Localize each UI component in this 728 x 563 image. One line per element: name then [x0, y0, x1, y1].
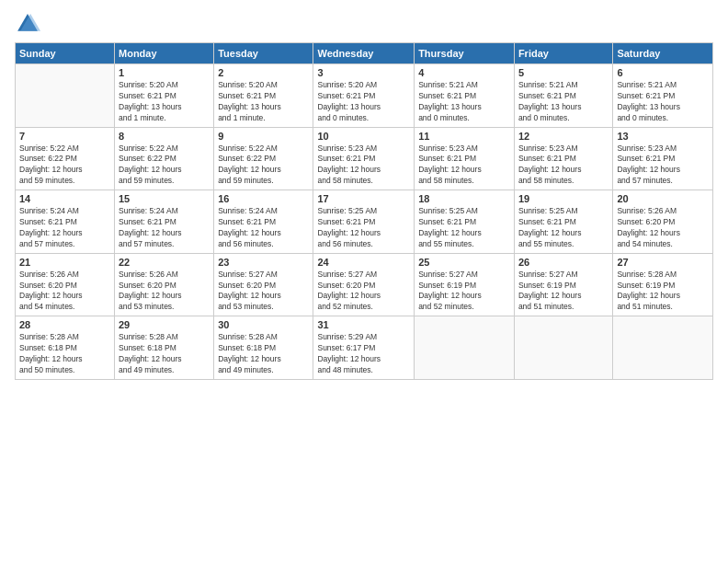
day-number: 16 [218, 193, 309, 204]
day-number: 29 [119, 319, 210, 330]
day-info: Sunrise: 5:28 AMSunset: 6:18 PMDaylight:… [218, 332, 309, 376]
day-number: 4 [418, 67, 510, 78]
day-info: Sunrise: 5:24 AMSunset: 6:21 PMDaylight:… [218, 206, 309, 250]
calendar-cell: 31Sunrise: 5:29 AMSunset: 6:17 PMDayligh… [313, 316, 415, 380]
calendar-cell: 2Sunrise: 5:20 AMSunset: 6:21 PMDaylight… [214, 64, 313, 128]
calendar-week-row: 7Sunrise: 5:22 AMSunset: 6:22 PMDaylight… [16, 127, 713, 190]
day-info: Sunrise: 5:26 AMSunset: 6:20 PMDaylight:… [119, 270, 210, 314]
day-number: 25 [418, 257, 510, 268]
weekday-header: Friday [514, 43, 612, 64]
calendar-cell [415, 316, 515, 380]
day-number: 8 [119, 131, 210, 142]
day-info: Sunrise: 5:21 AMSunset: 6:21 PMDaylight:… [518, 80, 609, 124]
day-number: 13 [617, 131, 709, 142]
calendar-cell: 22Sunrise: 5:26 AMSunset: 6:20 PMDayligh… [115, 253, 214, 316]
calendar-cell: 3Sunrise: 5:20 AMSunset: 6:21 PMDaylight… [313, 64, 415, 128]
day-number: 26 [518, 257, 609, 268]
day-info: Sunrise: 5:27 AMSunset: 6:19 PMDaylight:… [418, 270, 510, 314]
day-number: 31 [317, 319, 410, 330]
weekday-header: Thursday [415, 43, 515, 64]
calendar-week-row: 1Sunrise: 5:20 AMSunset: 6:21 PMDaylight… [16, 64, 713, 128]
day-info: Sunrise: 5:23 AMSunset: 6:21 PMDaylight:… [317, 144, 410, 188]
calendar-cell: 27Sunrise: 5:28 AMSunset: 6:19 PMDayligh… [613, 253, 713, 316]
day-info: Sunrise: 5:28 AMSunset: 6:19 PMDaylight:… [617, 270, 709, 314]
day-info: Sunrise: 5:23 AMSunset: 6:21 PMDaylight:… [617, 144, 709, 188]
calendar-cell: 20Sunrise: 5:26 AMSunset: 6:20 PMDayligh… [613, 190, 713, 254]
day-info: Sunrise: 5:28 AMSunset: 6:18 PMDaylight:… [119, 332, 210, 376]
day-info: Sunrise: 5:27 AMSunset: 6:20 PMDaylight:… [317, 270, 410, 314]
page: SundayMondayTuesdayWednesdayThursdayFrid… [0, 0, 728, 563]
calendar-week-row: 14Sunrise: 5:24 AMSunset: 6:21 PMDayligh… [16, 190, 713, 254]
calendar-cell: 30Sunrise: 5:28 AMSunset: 6:18 PMDayligh… [214, 316, 313, 380]
header [15, 11, 713, 37]
calendar-cell: 5Sunrise: 5:21 AMSunset: 6:21 PMDaylight… [514, 64, 612, 128]
day-info: Sunrise: 5:24 AMSunset: 6:21 PMDaylight:… [119, 206, 210, 250]
calendar-cell: 18Sunrise: 5:25 AMSunset: 6:21 PMDayligh… [415, 190, 515, 254]
weekday-header: Monday [115, 43, 214, 64]
day-number: 24 [317, 257, 410, 268]
day-info: Sunrise: 5:20 AMSunset: 6:21 PMDaylight:… [317, 80, 410, 124]
day-number: 23 [218, 257, 309, 268]
calendar-cell [16, 64, 115, 128]
day-info: Sunrise: 5:25 AMSunset: 6:21 PMDaylight:… [518, 206, 609, 250]
calendar-cell: 1Sunrise: 5:20 AMSunset: 6:21 PMDaylight… [115, 64, 214, 128]
calendar-cell [613, 316, 713, 380]
day-info: Sunrise: 5:20 AMSunset: 6:21 PMDaylight:… [218, 80, 309, 124]
day-number: 12 [518, 131, 609, 142]
day-number: 2 [218, 67, 309, 78]
calendar-week-row: 21Sunrise: 5:26 AMSunset: 6:20 PMDayligh… [16, 253, 713, 316]
day-number: 10 [317, 131, 410, 142]
calendar-cell: 24Sunrise: 5:27 AMSunset: 6:20 PMDayligh… [313, 253, 415, 316]
calendar-cell: 4Sunrise: 5:21 AMSunset: 6:21 PMDaylight… [415, 64, 515, 128]
calendar-cell: 21Sunrise: 5:26 AMSunset: 6:20 PMDayligh… [16, 253, 115, 316]
day-number: 27 [617, 257, 709, 268]
day-info: Sunrise: 5:26 AMSunset: 6:20 PMDaylight:… [19, 270, 110, 314]
calendar-cell: 7Sunrise: 5:22 AMSunset: 6:22 PMDaylight… [16, 127, 115, 190]
weekday-header: Sunday [16, 43, 115, 64]
day-number: 7 [19, 131, 110, 142]
weekday-header: Tuesday [214, 43, 313, 64]
calendar-cell: 14Sunrise: 5:24 AMSunset: 6:21 PMDayligh… [16, 190, 115, 254]
calendar-cell: 11Sunrise: 5:23 AMSunset: 6:21 PMDayligh… [415, 127, 515, 190]
calendar-cell: 6Sunrise: 5:21 AMSunset: 6:21 PMDaylight… [613, 64, 713, 128]
day-info: Sunrise: 5:25 AMSunset: 6:21 PMDaylight:… [317, 206, 410, 250]
day-info: Sunrise: 5:26 AMSunset: 6:20 PMDaylight:… [617, 206, 709, 250]
day-number: 17 [317, 193, 410, 204]
day-info: Sunrise: 5:22 AMSunset: 6:22 PMDaylight:… [119, 144, 210, 188]
day-info: Sunrise: 5:27 AMSunset: 6:20 PMDaylight:… [218, 270, 309, 314]
calendar-cell: 12Sunrise: 5:23 AMSunset: 6:21 PMDayligh… [514, 127, 612, 190]
day-number: 28 [19, 319, 110, 330]
calendar-cell: 26Sunrise: 5:27 AMSunset: 6:19 PMDayligh… [514, 253, 612, 316]
day-info: Sunrise: 5:21 AMSunset: 6:21 PMDaylight:… [617, 80, 709, 124]
calendar-cell: 29Sunrise: 5:28 AMSunset: 6:18 PMDayligh… [115, 316, 214, 380]
day-info: Sunrise: 5:22 AMSunset: 6:22 PMDaylight:… [218, 144, 309, 188]
calendar-cell: 9Sunrise: 5:22 AMSunset: 6:22 PMDaylight… [214, 127, 313, 190]
calendar-cell: 28Sunrise: 5:28 AMSunset: 6:18 PMDayligh… [16, 316, 115, 380]
day-number: 20 [617, 193, 709, 204]
day-number: 5 [518, 67, 609, 78]
day-number: 14 [19, 193, 110, 204]
calendar-cell: 8Sunrise: 5:22 AMSunset: 6:22 PMDaylight… [115, 127, 214, 190]
day-info: Sunrise: 5:23 AMSunset: 6:21 PMDaylight:… [518, 144, 609, 188]
day-info: Sunrise: 5:22 AMSunset: 6:22 PMDaylight:… [19, 144, 110, 188]
calendar-cell: 17Sunrise: 5:25 AMSunset: 6:21 PMDayligh… [313, 190, 415, 254]
day-number: 18 [418, 193, 510, 204]
day-number: 22 [119, 257, 210, 268]
calendar-cell: 23Sunrise: 5:27 AMSunset: 6:20 PMDayligh… [214, 253, 313, 316]
calendar-cell: 16Sunrise: 5:24 AMSunset: 6:21 PMDayligh… [214, 190, 313, 254]
day-info: Sunrise: 5:24 AMSunset: 6:21 PMDaylight:… [19, 206, 110, 250]
day-number: 19 [518, 193, 609, 204]
day-info: Sunrise: 5:27 AMSunset: 6:19 PMDaylight:… [518, 270, 609, 314]
calendar-cell: 19Sunrise: 5:25 AMSunset: 6:21 PMDayligh… [514, 190, 612, 254]
day-number: 3 [317, 67, 410, 78]
day-info: Sunrise: 5:21 AMSunset: 6:21 PMDaylight:… [418, 80, 510, 124]
calendar-cell: 25Sunrise: 5:27 AMSunset: 6:19 PMDayligh… [415, 253, 515, 316]
weekday-header-row: SundayMondayTuesdayWednesdayThursdayFrid… [16, 43, 713, 64]
calendar-cell: 15Sunrise: 5:24 AMSunset: 6:21 PMDayligh… [115, 190, 214, 254]
day-info: Sunrise: 5:28 AMSunset: 6:18 PMDaylight:… [19, 332, 110, 376]
day-info: Sunrise: 5:20 AMSunset: 6:21 PMDaylight:… [119, 80, 210, 124]
day-number: 11 [418, 131, 510, 142]
day-number: 1 [119, 67, 210, 78]
day-info: Sunrise: 5:23 AMSunset: 6:21 PMDaylight:… [418, 144, 510, 188]
day-number: 30 [218, 319, 309, 330]
